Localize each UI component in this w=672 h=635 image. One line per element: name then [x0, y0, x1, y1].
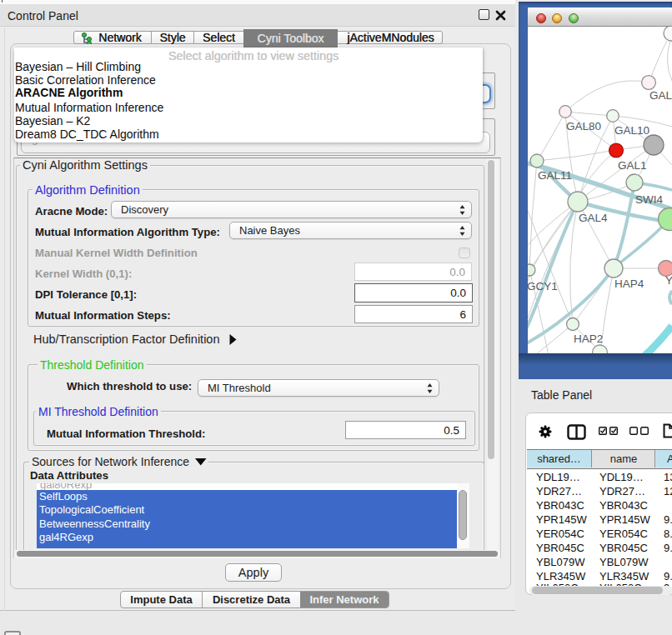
svg-text:GAL4: GAL4 — [579, 212, 608, 224]
svg-text:GAL80: GAL80 — [566, 120, 601, 132]
svg-text:SWI4: SWI4 — [635, 193, 663, 206]
svg-text:Y: Y — [665, 274, 672, 287]
svg-text:GAL7: GAL7 — [649, 89, 672, 102]
svg-text:GAL10: GAL10 — [614, 124, 649, 137]
svg-text:HAP4: HAP4 — [614, 278, 644, 290]
svg-text:GAL1: GAL1 — [618, 159, 647, 172]
svg-text:GCY1: GCY1 — [528, 280, 558, 292]
svg-text:GAL11: GAL11 — [538, 169, 572, 182]
svg-text:HAP2: HAP2 — [574, 332, 603, 345]
